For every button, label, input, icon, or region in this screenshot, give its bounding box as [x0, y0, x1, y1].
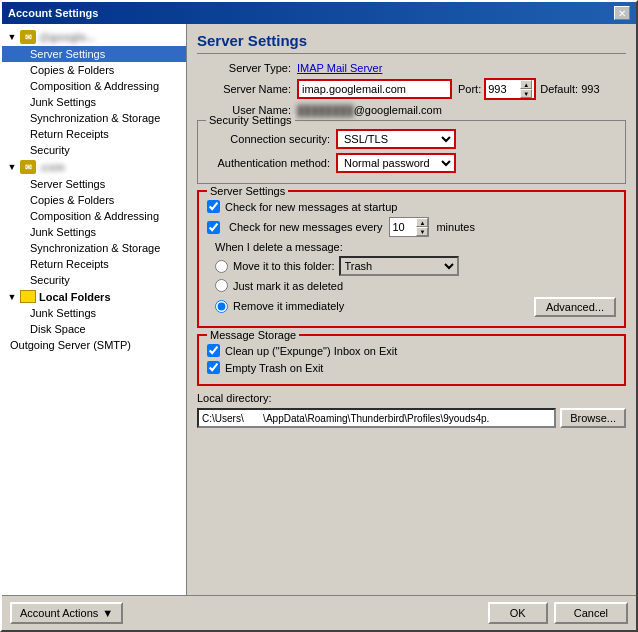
port-down-button[interactable]: ▼	[520, 89, 532, 98]
folder-select[interactable]: Trash	[339, 256, 459, 276]
sidebar-item-server-settings-2[interactable]: Server Settings	[2, 176, 186, 192]
check-every-label: Check for new messages every	[229, 221, 382, 233]
server-type-value[interactable]: IMAP Mail Server	[297, 62, 382, 74]
server-settings-content: Check for new messages at startup Check …	[207, 196, 616, 317]
ok-button[interactable]: OK	[488, 602, 548, 624]
sidebar-item-receipts-2[interactable]: Return Receipts	[2, 256, 186, 272]
sidebar: ▼ ✉ @google... Server Settings Copies & …	[2, 24, 187, 595]
content-area: ▼ ✉ @google... Server Settings Copies & …	[2, 24, 636, 595]
port-field[interactable]: ▲ ▼	[484, 78, 536, 100]
sidebar-account2[interactable]: ▼ ✉ .com	[2, 158, 186, 176]
port-up-button[interactable]: ▲	[520, 80, 532, 89]
clean-up-checkbox[interactable]	[207, 344, 220, 357]
move-radio-label: Move it to this folder:	[233, 260, 335, 272]
sidebar-item-receipts-1[interactable]: Return Receipts	[2, 126, 186, 142]
sidebar-local-folders[interactable]: ▼ Local Folders	[2, 288, 186, 305]
message-storage-title: Message Storage	[207, 329, 299, 341]
local-dir-input[interactable]	[197, 408, 556, 428]
mark-radio-row: Just mark it as deleted	[207, 279, 616, 292]
server-name-label: Server Name:	[197, 83, 297, 95]
remove-radio-row: Remove it immediately Advanced...	[207, 295, 616, 317]
delete-label: When I delete a message:	[207, 241, 616, 253]
mark-radio-label: Just mark it as deleted	[233, 280, 343, 292]
account-actions-button[interactable]: Account Actions ▼	[10, 602, 123, 624]
cancel-button[interactable]: Cancel	[554, 602, 628, 624]
interval-field[interactable]: ▲ ▼	[389, 217, 429, 237]
panel-title: Server Settings	[197, 32, 626, 54]
move-radio-row: Move it to this folder: Trash	[207, 256, 616, 276]
port-input[interactable]	[486, 82, 520, 96]
account-settings-window: Account Settings ✕ ▼ ✉ @google... Server…	[0, 0, 638, 632]
sidebar-item-composition-1[interactable]: Composition & Addressing	[2, 78, 186, 94]
ok-cancel-row: OK Cancel	[488, 602, 628, 624]
security-settings-title: Security Settings	[206, 114, 295, 126]
minutes-label: minutes	[436, 221, 475, 233]
user-name-prefix: ████████	[297, 105, 354, 116]
empty-trash-row: Empty Trash on Exit	[207, 361, 616, 374]
account1-name: @google...	[39, 31, 95, 43]
title-bar: Account Settings ✕	[2, 2, 636, 24]
check-startup-checkbox[interactable]	[207, 200, 220, 213]
connection-label: Connection security:	[206, 133, 336, 145]
check-every-row: Check for new messages every ▲ ▼ minutes	[207, 217, 616, 237]
port-label: Port:	[458, 83, 481, 95]
connection-security-row: Connection security: SSL/TLS STARTTLS No…	[206, 129, 617, 149]
move-radio[interactable]	[215, 260, 228, 273]
interval-down-button[interactable]: ▼	[416, 227, 428, 236]
close-button[interactable]: ✕	[614, 6, 630, 20]
account-icon-1: ✉	[20, 30, 36, 44]
remove-radio-label: Remove it immediately	[233, 300, 344, 312]
expand-icon-2: ▼	[6, 161, 18, 173]
port-spinners[interactable]: ▲ ▼	[520, 80, 532, 98]
sidebar-item-sync-1[interactable]: Synchronization & Storage	[2, 110, 186, 126]
local-dir-label: Local directory:	[197, 392, 272, 404]
user-name-suffix: @googlemail.com	[354, 104, 442, 116]
bottom-bar: Account Actions ▼ OK Cancel	[2, 595, 636, 630]
message-storage-group: Message Storage Clean up ("Expunge") Inb…	[197, 334, 626, 386]
account-actions-arrow-icon: ▼	[102, 607, 113, 619]
sidebar-item-server-settings-1[interactable]: Server Settings	[2, 46, 186, 62]
account-actions-label: Account Actions	[20, 607, 98, 619]
auth-method-select[interactable]: Normal password Encrypted password Kerbe…	[336, 153, 456, 173]
mark-radio[interactable]	[215, 279, 228, 292]
server-type-label: Server Type:	[197, 62, 297, 74]
window-title: Account Settings	[8, 7, 98, 19]
sidebar-item-copies-2[interactable]: Copies & Folders	[2, 192, 186, 208]
empty-trash-label: Empty Trash on Exit	[225, 362, 323, 374]
sidebar-item-outgoing[interactable]: Outgoing Server (SMTP)	[2, 337, 186, 353]
remove-radio[interactable]	[215, 300, 228, 313]
sidebar-item-junk-2[interactable]: Junk Settings	[2, 224, 186, 240]
main-panel: Server Settings Server Type: IMAP Mail S…	[187, 24, 636, 595]
security-settings-group: Security Settings Connection security: S…	[197, 120, 626, 184]
connection-security-select[interactable]: SSL/TLS STARTTLS None	[336, 129, 456, 149]
clean-up-label: Clean up ("Expunge") Inbox on Exit	[225, 345, 397, 357]
local-folders-label: Local Folders	[39, 291, 111, 303]
security-settings-content: Connection security: SSL/TLS STARTTLS No…	[206, 125, 617, 173]
sidebar-item-security-2[interactable]: Security	[2, 272, 186, 288]
interval-spinners[interactable]: ▲ ▼	[416, 218, 428, 236]
check-every-checkbox[interactable]	[207, 221, 220, 234]
sidebar-account1[interactable]: ▼ ✉ @google...	[2, 28, 186, 46]
message-storage-content: Clean up ("Expunge") Inbox on Exit Empty…	[207, 340, 616, 374]
browse-button[interactable]: Browse...	[560, 408, 626, 428]
sidebar-item-security-1[interactable]: Security	[2, 142, 186, 158]
server-name-row: Server Name: Port: ▲ ▼ Default: 993	[197, 78, 626, 100]
server-type-row: Server Type: IMAP Mail Server	[197, 62, 626, 74]
interval-input[interactable]	[390, 220, 416, 234]
sidebar-item-composition-2[interactable]: Composition & Addressing	[2, 208, 186, 224]
sidebar-item-junk-local[interactable]: Junk Settings	[2, 305, 186, 321]
sidebar-item-junk-1[interactable]: Junk Settings	[2, 94, 186, 110]
account2-name: .com	[39, 161, 65, 173]
sidebar-item-disk-space[interactable]: Disk Space	[2, 321, 186, 337]
server-name-input[interactable]	[297, 79, 452, 99]
remove-radio-inner: Remove it immediately	[215, 300, 344, 313]
sidebar-item-copies-1[interactable]: Copies & Folders	[2, 62, 186, 78]
interval-up-button[interactable]: ▲	[416, 218, 428, 227]
local-dir-path-row: Browse...	[197, 408, 626, 428]
empty-trash-checkbox[interactable]	[207, 361, 220, 374]
default-port-label: Default: 993	[540, 83, 599, 95]
advanced-button[interactable]: Advanced...	[534, 297, 616, 317]
expand-icon-3: ▼	[6, 291, 18, 303]
check-startup-row: Check for new messages at startup	[207, 200, 616, 213]
sidebar-item-sync-2[interactable]: Synchronization & Storage	[2, 240, 186, 256]
